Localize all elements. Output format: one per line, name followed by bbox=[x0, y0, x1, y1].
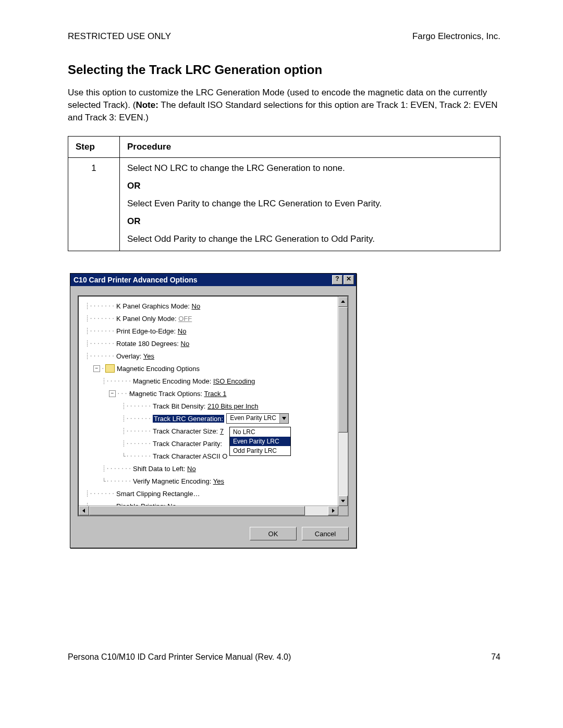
tree-item-smart-clipping[interactable]: ┊······· Smart Clipping Rectangle… bbox=[82, 487, 346, 500]
scroll-track[interactable] bbox=[89, 506, 328, 515]
help-button[interactable]: ? bbox=[332, 275, 342, 285]
tree-item-shift-data-left[interactable]: ┊······· Shift Data to Left: No bbox=[82, 462, 346, 475]
advanced-options-dialog: C10 Card Printer Advanced Options ? ✕ ┊·… bbox=[70, 273, 357, 548]
tree-item-track-lrc-generation[interactable]: ┊······· Track LRC Generation: Even Pari… bbox=[82, 412, 346, 425]
scroll-left-button[interactable] bbox=[79, 506, 89, 515]
label: K Panel Graphics Mode: bbox=[116, 302, 192, 310]
dropdown-option-no-lrc[interactable]: No LRC bbox=[230, 427, 290, 437]
proc-line3: Select Odd Parity to change the LRC Gene… bbox=[127, 234, 493, 244]
scrollbar-corner bbox=[338, 506, 348, 515]
scroll-down-button[interactable] bbox=[338, 496, 348, 506]
label: Magnetic Encoding Mode: bbox=[133, 377, 213, 385]
intro-paragraph: Use this option to customize the LRC Gen… bbox=[68, 87, 500, 124]
value: OFF bbox=[178, 315, 192, 323]
scroll-right-button[interactable] bbox=[328, 506, 338, 515]
label: Overlay: bbox=[116, 352, 143, 360]
tree-item-rotate-180[interactable]: ┊······· Rotate 180 Degrees: No bbox=[82, 337, 346, 350]
collapse-icon[interactable]: − bbox=[109, 390, 116, 397]
titlebar[interactable]: C10 Card Printer Advanced Options ? ✕ bbox=[70, 274, 356, 286]
th-procedure: Procedure bbox=[120, 137, 500, 158]
scroll-up-button[interactable] bbox=[338, 297, 348, 307]
cell-step-num: 1 bbox=[68, 158, 120, 251]
ok-button[interactable]: OK bbox=[250, 527, 297, 540]
label: Track Bit Density: bbox=[153, 402, 207, 410]
scroll-thumb[interactable] bbox=[338, 307, 348, 433]
label: Track Character ASCII O bbox=[153, 452, 227, 460]
chevron-down-icon[interactable] bbox=[279, 414, 288, 423]
label: Print Edge-to-Edge: bbox=[116, 327, 178, 335]
value: No bbox=[178, 327, 187, 335]
tree-item-magnetic-encoding-mode[interactable]: ┊······· Magnetic Encoding Mode: ISO Enc… bbox=[82, 375, 346, 387]
tree-item-track-bit-density[interactable]: ┊······· Track Bit Density: 210 Bits per… bbox=[82, 400, 346, 412]
label: Track LRC Generation: bbox=[153, 415, 224, 423]
tree-connector-icon: └······· bbox=[82, 478, 133, 485]
label: Track Character Size: bbox=[153, 427, 220, 435]
label: Magnetic Track Options: bbox=[129, 390, 204, 398]
tree-connector-icon: ┊······· bbox=[82, 403, 153, 410]
tree-connector-icon: ┊······· bbox=[82, 465, 133, 472]
tree-item-track-char-parity[interactable]: ┊······· Track Character Parity: bbox=[82, 437, 346, 450]
label: Verify Magnetic Encoding: bbox=[133, 477, 213, 485]
tree-connector-icon: ······· bbox=[117, 390, 129, 397]
label: K Panel Only Mode: bbox=[116, 315, 178, 323]
cell-procedure: Select NO LRC to change the LRC Generati… bbox=[120, 158, 500, 251]
proc-or2: OR bbox=[127, 216, 493, 227]
tree-item-print-edge[interactable]: ┊······· Print Edge-to-Edge: No bbox=[82, 325, 346, 337]
lrc-generation-dropdown[interactable]: No LRC Even Parity LRC Odd Parity LRC bbox=[229, 427, 291, 456]
tree-connector-icon: ┊······· bbox=[82, 315, 116, 322]
combobox-value: Even Parity LRC bbox=[227, 414, 279, 423]
value: Yes bbox=[143, 352, 154, 360]
tree-connector-icon: ┊······· bbox=[82, 490, 116, 497]
header-right: Fargo Electronics, Inc. bbox=[412, 31, 500, 42]
vertical-scrollbar[interactable] bbox=[338, 297, 348, 506]
collapse-icon[interactable]: − bbox=[93, 365, 100, 372]
tree-connector-icon: ┊······· bbox=[82, 415, 153, 422]
value: No bbox=[192, 302, 201, 310]
value: ISO Encoding bbox=[213, 377, 255, 385]
procedure-table: Step Procedure 1 Select NO LRC to change… bbox=[68, 136, 500, 251]
value: No bbox=[187, 465, 196, 473]
label: Track Character Parity: bbox=[153, 440, 222, 448]
tree-connector-icon: ┊······· bbox=[82, 440, 153, 447]
cancel-button[interactable]: Cancel bbox=[302, 527, 349, 540]
tree-connector-icon: ·· bbox=[101, 365, 105, 372]
tree-connector-icon: ┊······· bbox=[82, 353, 116, 360]
tree-item-magnetic-encoding-options[interactable]: − ·· Magnetic Encoding Options bbox=[82, 362, 346, 375]
tree-item-magnetic-track-options[interactable]: − ······· Magnetic Track Options: Track … bbox=[82, 387, 346, 400]
horizontal-scrollbar[interactable] bbox=[79, 505, 338, 515]
label: Shift Data to Left: bbox=[133, 465, 187, 473]
dropdown-option-odd-parity[interactable]: Odd Parity LRC bbox=[230, 446, 290, 455]
value: Track 1 bbox=[204, 390, 227, 398]
tree-connector-icon: └······· bbox=[82, 453, 153, 460]
tree-item-kpanel-graphics[interactable]: ┊······· K Panel Graphics Mode: No bbox=[82, 300, 346, 312]
header-left: RESTRICTED USE ONLY bbox=[68, 31, 171, 42]
tree-item-track-char-ascii[interactable]: └······· Track Character ASCII O bbox=[82, 450, 346, 462]
value: 210 Bits per Inch bbox=[207, 402, 259, 410]
proc-line2: Select Even Parity to change the LRC Gen… bbox=[127, 199, 493, 209]
tree-connector-icon: ┊······· bbox=[82, 378, 133, 385]
value: Yes bbox=[213, 477, 224, 485]
proc-or1: OR bbox=[127, 181, 493, 191]
tree-item-overlay[interactable]: ┊······· Overlay: Yes bbox=[82, 350, 346, 362]
lrc-generation-combobox[interactable]: Even Parity LRC bbox=[226, 413, 289, 424]
footer-page-number: 74 bbox=[491, 652, 500, 662]
tree-connector-icon: ┊······· bbox=[82, 340, 116, 347]
label: Magnetic Encoding Options bbox=[117, 365, 200, 373]
th-step: Step bbox=[68, 137, 120, 158]
close-button[interactable]: ✕ bbox=[344, 275, 354, 285]
scroll-track[interactable] bbox=[338, 307, 348, 496]
tree-item-track-char-size[interactable]: ┊······· Track Character Size: 7 bbox=[82, 425, 346, 437]
value: No bbox=[181, 340, 190, 348]
dropdown-option-even-parity[interactable]: Even Parity LRC bbox=[230, 437, 290, 446]
table-row: 1 Select NO LRC to change the LRC Genera… bbox=[68, 158, 500, 251]
tree-item-kpanel-only[interactable]: ┊······· K Panel Only Mode: OFF bbox=[82, 312, 346, 325]
footer-left: Persona C10/M10 ID Card Printer Service … bbox=[68, 652, 291, 662]
tree-connector-icon: ┊······· bbox=[82, 303, 116, 310]
label: Rotate 180 Degrees: bbox=[116, 340, 181, 348]
options-tree[interactable]: ┊······· K Panel Graphics Mode: No ┊····… bbox=[78, 295, 349, 516]
scroll-thumb[interactable] bbox=[89, 506, 305, 515]
tree-connector-icon: ┊······· bbox=[82, 328, 116, 335]
label: Smart Clipping Rectangle… bbox=[116, 490, 200, 498]
dialog-title: C10 Card Printer Advanced Options bbox=[74, 276, 331, 284]
tree-item-verify-magnetic-encoding[interactable]: └······· Verify Magnetic Encoding: Yes bbox=[82, 475, 346, 487]
